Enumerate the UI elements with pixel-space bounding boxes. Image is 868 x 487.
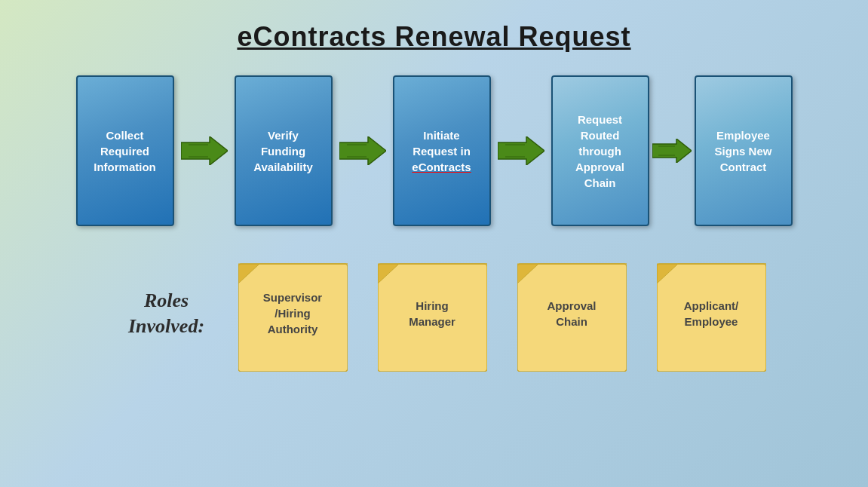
svg-marker-3 xyxy=(339,136,386,165)
process-step-5: EmployeeSigns NewContract xyxy=(695,75,793,226)
roles-label: RolesInvolved: xyxy=(118,288,216,339)
process-step-4: RequestRoutedthroughApprovalChain xyxy=(551,75,649,226)
role-cards: Supervisor/HiringAuthority HiringManager… xyxy=(238,255,766,372)
process-step-3: InitiateRequest ineContracts xyxy=(393,75,491,226)
arrow-icon xyxy=(339,136,386,165)
page-title: eContracts Renewal Request xyxy=(0,0,868,53)
process-flow: CollectRequiredInformation VerifyFunding… xyxy=(0,75,868,226)
svg-marker-0 xyxy=(181,136,228,165)
arrow-icon xyxy=(652,139,692,163)
arrow-icon xyxy=(498,136,544,165)
arrow-1 xyxy=(174,136,235,165)
role-card-hiring-manager: HiringManager xyxy=(378,255,487,372)
process-step-2: VerifyFundingAvailability xyxy=(235,75,333,226)
arrow-3 xyxy=(491,136,551,165)
step1-label: CollectRequiredInformation xyxy=(94,127,156,175)
role1-label: Supervisor/HiringAuthority xyxy=(263,289,322,337)
role4-label: Applicant/Employee xyxy=(684,298,739,329)
svg-marker-9 xyxy=(652,139,692,163)
step4-label: RequestRoutedthroughApprovalChain xyxy=(575,112,624,191)
process-step-1: CollectRequiredInformation xyxy=(76,75,174,226)
role3-label: ApprovalChain xyxy=(547,298,596,329)
role2-label: HiringManager xyxy=(409,298,455,329)
role-card-approval-chain: ApprovalChain xyxy=(517,255,627,372)
roles-section: RolesInvolved: Supervisor/HiringAuthorit… xyxy=(0,255,868,372)
role-card-applicant-employee: Applicant/Employee xyxy=(657,255,766,372)
arrow-4 xyxy=(649,139,695,163)
step5-label: EmployeeSigns NewContract xyxy=(715,127,772,175)
step3-label: InitiateRequest ineContracts xyxy=(412,127,471,175)
svg-marker-6 xyxy=(498,136,544,165)
role-card-supervisor: Supervisor/HiringAuthority xyxy=(238,255,348,372)
step2-label: VerifyFundingAvailability xyxy=(253,127,313,175)
arrow-icon xyxy=(181,136,228,165)
arrow-2 xyxy=(333,136,393,165)
